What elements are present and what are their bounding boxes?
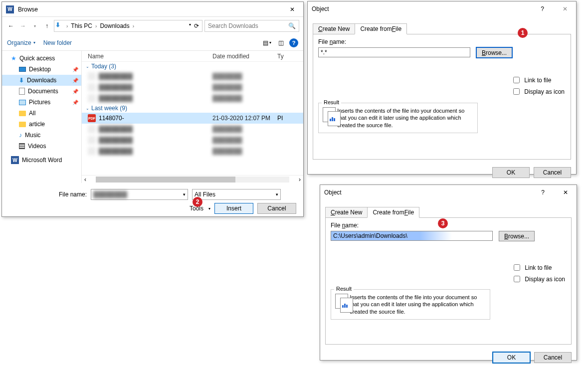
tab-create-from-file[interactable]: Create from File xyxy=(355,23,407,34)
nav-videos[interactable]: Videos xyxy=(2,141,81,152)
insert-button[interactable]: Insert xyxy=(214,203,253,214)
desktop-icon xyxy=(19,67,26,72)
filename-input[interactable] xyxy=(331,231,493,241)
word-app-icon: W xyxy=(5,4,15,14)
view-options-button[interactable]: ▤▾ xyxy=(261,37,272,48)
filename-input[interactable] xyxy=(318,47,470,57)
result-box: Result Inserts the contents of the file … xyxy=(318,103,478,133)
nav-microsoft-word[interactable]: WMicrosoft Word xyxy=(2,155,81,166)
nav-history-dropdown[interactable]: ▾ xyxy=(30,21,40,31)
search-icon: 🔍 xyxy=(288,22,296,29)
cancel-button[interactable]: Cancel xyxy=(534,167,571,178)
new-folder-button[interactable]: New folder xyxy=(43,39,72,46)
file-name: 1148070- xyxy=(99,115,124,122)
col-type[interactable]: Ty xyxy=(277,53,303,60)
nav-all[interactable]: All xyxy=(2,108,81,119)
preview-pane-button[interactable]: ◫ xyxy=(275,37,286,48)
nav-pictures[interactable]: Pictures📌 xyxy=(2,97,81,108)
help-button[interactable]: ? xyxy=(289,38,298,47)
crumb-this-pc[interactable]: This PC xyxy=(69,22,94,29)
cancel-button[interactable]: Cancel xyxy=(534,352,572,363)
file-item-blurred: ███████████████ xyxy=(82,82,303,93)
chevron-down-icon: ⌄ xyxy=(86,64,89,69)
browse-button[interactable]: Browse... xyxy=(499,231,535,241)
file-item-blurred: ███████████████ xyxy=(82,124,303,135)
result-box: Result Inserts the contents of the file … xyxy=(331,289,490,320)
ok-button[interactable]: OK xyxy=(493,352,530,363)
filetype-combo[interactable]: All Files▾ xyxy=(192,189,281,200)
nav-quick-access[interactable]: ★Quick access xyxy=(2,53,81,64)
tab-create-new[interactable]: Create New xyxy=(313,23,355,34)
object1-tabs: Create New Create from File xyxy=(308,23,576,34)
horizontal-scrollbar[interactable]: ‹ › xyxy=(82,175,303,183)
display-as-icon-checkbox[interactable]: Display as icon xyxy=(512,274,565,284)
pin-icon: 📌 xyxy=(72,100,78,105)
nav-documents[interactable]: Documents📌 xyxy=(2,86,81,97)
pin-icon: 📌 xyxy=(72,89,78,94)
link-to-file-checkbox[interactable]: Link to file xyxy=(511,75,565,85)
chevron-down-icon: ⌄ xyxy=(86,106,89,111)
col-name[interactable]: Name xyxy=(88,53,212,60)
result-icon xyxy=(323,107,332,127)
browse-button[interactable]: Browse... xyxy=(476,47,512,58)
object1-panel: File name: Browse... Link to file Displa… xyxy=(313,34,571,160)
column-headers: Name Date modified Ty xyxy=(82,51,303,62)
nav-article[interactable]: article xyxy=(2,119,81,130)
group-last-week[interactable]: ⌄Last week (9) xyxy=(82,104,303,113)
filename-label: File name: xyxy=(318,38,566,45)
tab-create-from-file[interactable]: Create from File xyxy=(367,207,419,218)
result-text: Inserts the contents of the file into yo… xyxy=(350,294,486,315)
result-legend: Result xyxy=(322,99,341,105)
object2-footer: OK Cancel xyxy=(320,350,577,367)
address-bar[interactable]: ⬇ › This PC › Downloads › ▾ ⟳ xyxy=(54,20,202,32)
search-input[interactable]: Search Downloads 🔍 xyxy=(204,20,299,32)
file-type: PI xyxy=(277,115,283,122)
scroll-right-icon[interactable]: › xyxy=(296,176,303,183)
browse-footer: File name: ████████▾ All Files▾ Tools ▾ … xyxy=(2,183,303,219)
nav-up-button[interactable]: ↑ xyxy=(42,21,52,31)
address-dropdown-icon[interactable]: ▾ xyxy=(189,22,191,29)
browse-title: Browse xyxy=(18,6,281,13)
col-date[interactable]: Date modified xyxy=(212,53,277,60)
tools-dropdown[interactable]: ▾ xyxy=(208,206,210,211)
refresh-icon[interactable]: ⟳ xyxy=(194,22,199,29)
file-item-selected[interactable]: PDF1148070- 21-03-2020 12:07 PM PI xyxy=(82,113,303,124)
pictures-icon xyxy=(19,100,26,105)
chevron-right-icon[interactable]: › xyxy=(94,23,98,29)
object2-tabs: Create New Create from File xyxy=(320,207,577,218)
chevron-right-icon[interactable]: › xyxy=(65,23,69,29)
scrollbar-track[interactable] xyxy=(96,177,289,183)
nav-desktop[interactable]: Desktop📌 xyxy=(2,64,81,75)
nav-downloads[interactable]: ⬇Downloads📌 xyxy=(2,75,81,86)
browse-toolbar: Organize ▾ New folder ▤▾ ◫ ? xyxy=(2,35,303,51)
step-badge-1: 1 xyxy=(518,28,528,38)
filename-combo[interactable]: ████████▾ xyxy=(91,189,188,200)
crumb-downloads[interactable]: Downloads xyxy=(98,22,131,29)
tab-create-new[interactable]: Create New xyxy=(325,207,368,218)
object1-close-button[interactable]: ✕ xyxy=(554,1,576,16)
object1-footer: OK Cancel xyxy=(308,165,576,182)
result-legend: Result xyxy=(334,286,354,292)
nav-back-button[interactable]: ← xyxy=(6,21,16,31)
star-icon: ★ xyxy=(11,55,16,62)
organize-button[interactable]: Organize ▾ xyxy=(7,39,35,46)
group-today[interactable]: ⌄Today (3) xyxy=(82,62,303,71)
browse-close-button[interactable]: ✕ xyxy=(281,2,303,17)
step-badge-2: 2 xyxy=(193,197,202,207)
link-to-file-checkbox[interactable]: Link to file xyxy=(512,263,565,272)
ok-button[interactable]: OK xyxy=(492,167,530,178)
cancel-button[interactable]: Cancel xyxy=(257,203,296,214)
object1-title: Object xyxy=(308,5,531,12)
object2-close-button[interactable]: ✕ xyxy=(554,185,577,200)
chevron-right-icon[interactable]: › xyxy=(132,23,135,29)
help-button[interactable]: ? xyxy=(532,185,554,200)
scrollbar-thumb[interactable] xyxy=(96,177,235,183)
display-as-icon-checkbox[interactable]: Display as icon xyxy=(511,87,565,96)
help-button[interactable]: ? xyxy=(531,1,554,16)
nav-row: ← → ▾ ↑ ⬇ › This PC › Downloads › ▾ ⟳ Se… xyxy=(2,17,303,35)
nav-music[interactable]: ♪Music xyxy=(2,130,81,141)
scroll-left-icon[interactable]: ‹ xyxy=(82,176,89,183)
browse-body: ★Quick access Desktop📌 ⬇Downloads📌 Docum… xyxy=(2,51,303,183)
object1-titlebar: Object ? ✕ xyxy=(308,1,576,16)
downloads-location-icon: ⬇ xyxy=(55,21,64,30)
